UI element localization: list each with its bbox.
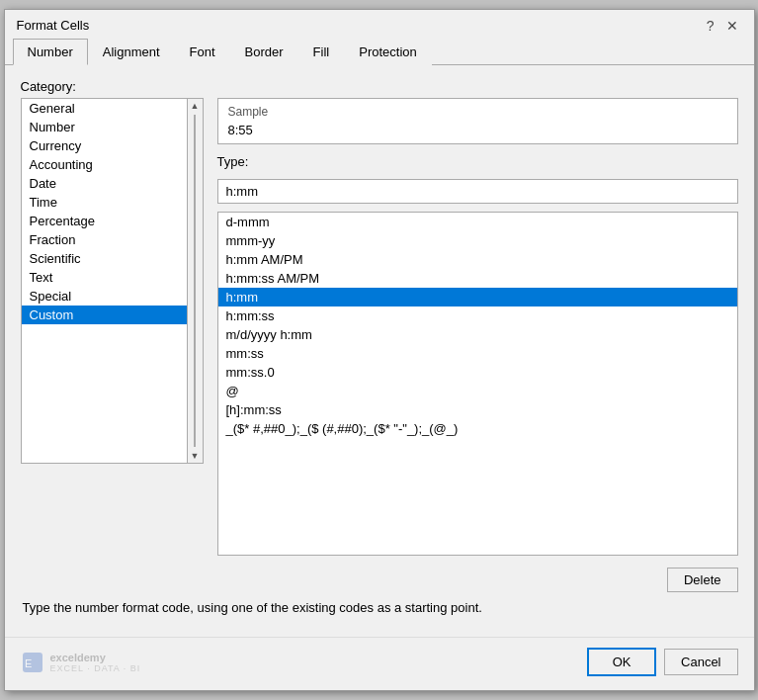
type-item-at[interactable]: @: [218, 382, 737, 400]
bottom-bar: E exceldemy EXCEL · DATA · BI OK Cancel: [5, 637, 754, 690]
sample-label: Sample: [228, 105, 727, 119]
type-item-hmmss[interactable]: h:mm:ss: [218, 306, 737, 325]
watermark: E exceldemy EXCEL · DATA · BI: [21, 651, 580, 674]
tab-alignment[interactable]: Alignment: [88, 39, 175, 65]
type-item-mmss[interactable]: mm:ss: [218, 344, 737, 363]
cat-item-currency[interactable]: Currency: [22, 136, 187, 155]
type-item-mmss0[interactable]: mm:ss.0: [218, 363, 737, 382]
title-bar: Format Cells ? ✕: [5, 10, 754, 37]
cat-item-number[interactable]: Number: [22, 118, 187, 136]
ok-button[interactable]: OK: [587, 648, 656, 676]
type-item-mmm-yy[interactable]: mmm-yy: [218, 231, 737, 250]
cat-item-date[interactable]: Date: [22, 174, 187, 193]
type-item-hmm-ampm[interactable]: h:mm AM/PM: [218, 250, 737, 269]
cat-item-special[interactable]: Special: [22, 287, 187, 306]
dialog-title: Format Cells: [17, 18, 90, 33]
category-scrollbar: ▲ ▼: [188, 98, 204, 464]
type-item-accounting[interactable]: _($* #,##0_);_($ (#,##0);_($* "-"_);_(@_…: [218, 419, 737, 438]
type-item-hmm[interactable]: h:mm: [218, 288, 737, 306]
close-button[interactable]: ✕: [722, 19, 742, 33]
watermark-text: exceldemy EXCEL · DATA · BI: [50, 652, 141, 673]
cat-item-fraction[interactable]: Fraction: [22, 230, 187, 249]
exceldemy-logo: E: [21, 651, 44, 674]
type-label: Type:: [217, 154, 738, 169]
category-panel: General Number Currency Accounting Date …: [21, 98, 204, 592]
dialog-body: Category: General Number Currency Accoun…: [5, 65, 754, 629]
type-list[interactable]: d-mmm mmm-yy h:mm AM/PM h:mm:ss AM/PM h:…: [218, 213, 737, 555]
cat-item-custom[interactable]: Custom: [22, 306, 187, 324]
tab-protection[interactable]: Protection: [344, 39, 432, 65]
sample-box: Sample 8:55: [217, 98, 738, 144]
tab-bar: Number Alignment Font Border Fill Protec…: [5, 39, 754, 65]
tab-border[interactable]: Border: [230, 39, 298, 65]
category-list[interactable]: General Number Currency Accounting Date …: [21, 98, 188, 464]
right-panel: Sample 8:55 Type: d-mmm mmm-yy h:mm AM/P…: [217, 98, 738, 592]
delete-row: Delete: [217, 568, 738, 592]
type-item-d-mmm[interactable]: d-mmm: [218, 213, 737, 231]
tab-fill[interactable]: Fill: [298, 39, 345, 65]
title-bar-buttons: ? ✕: [703, 19, 742, 33]
type-item-mdyyyy-hmm[interactable]: m/d/yyyy h:mm: [218, 325, 737, 344]
type-list-container: d-mmm mmm-yy h:mm AM/PM h:mm:ss AM/PM h:…: [217, 212, 738, 556]
cat-scroll-thumb[interactable]: [194, 115, 196, 447]
delete-button[interactable]: Delete: [667, 568, 738, 592]
category-list-wrapper: General Number Currency Accounting Date …: [21, 98, 204, 464]
format-cells-dialog: Format Cells ? ✕ Number Alignment Font B…: [4, 9, 755, 691]
cat-item-time[interactable]: Time: [22, 193, 187, 212]
cancel-button[interactable]: Cancel: [664, 649, 737, 675]
type-item-hmmss-ampm[interactable]: h:mm:ss AM/PM: [218, 269, 737, 288]
type-item-h-mmss[interactable]: [h]:mm:ss: [218, 400, 737, 419]
cat-scroll-up[interactable]: ▲: [189, 99, 202, 113]
sample-value: 8:55: [228, 123, 727, 137]
cat-item-accounting[interactable]: Accounting: [22, 155, 187, 174]
hint-text: Type the number format code, using one o…: [21, 600, 738, 615]
cat-item-scientific[interactable]: Scientific: [22, 249, 187, 268]
type-input[interactable]: [217, 179, 738, 204]
help-button[interactable]: ?: [703, 19, 718, 33]
cat-item-text[interactable]: Text: [22, 268, 187, 287]
category-label: Category:: [21, 79, 738, 94]
cat-item-general[interactable]: General: [22, 99, 187, 118]
svg-text:E: E: [25, 657, 32, 669]
tab-font[interactable]: Font: [175, 39, 230, 65]
cat-scroll-down[interactable]: ▼: [189, 449, 202, 463]
main-row: General Number Currency Accounting Date …: [21, 98, 738, 592]
tab-number[interactable]: Number: [13, 39, 88, 65]
cat-item-percentage[interactable]: Percentage: [22, 212, 187, 230]
